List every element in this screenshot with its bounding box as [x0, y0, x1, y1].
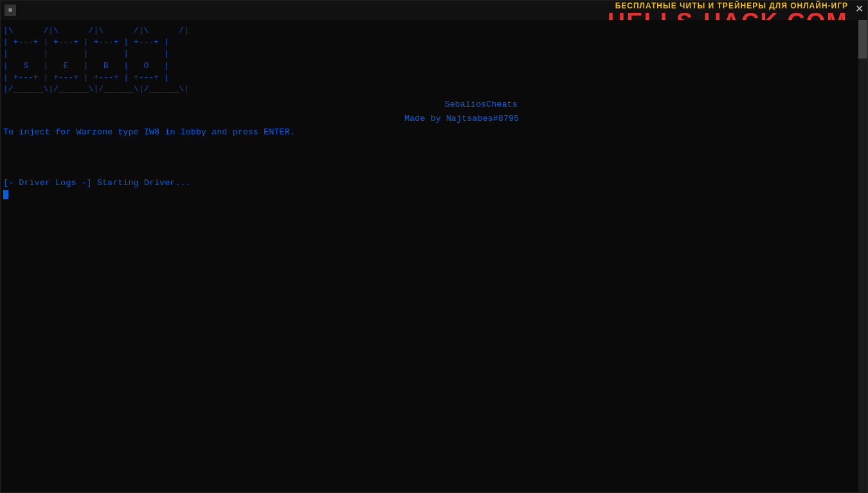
scrollbar-thumb[interactable] — [858, 20, 867, 58]
terminal-info: SebaliosCheats Made by Najtsabes#8795 To… — [3, 98, 856, 139]
brand-name: SebaliosCheats — [106, 98, 856, 112]
app-window: ■ БЕСПЛАТНЫЕ ЧИТЫ И ТРЕЙНЕРЫ ДЛЯ ОНЛАЙН-… — [0, 0, 868, 493]
terminal-body: |\ /|\ /|\ /|\ /| | +---+ | +---+ | +---… — [1, 20, 858, 492]
driver-log: [- Driver Logs -] Starting Driver... — [3, 178, 856, 188]
cursor-blink — [3, 190, 8, 199]
made-by: Made by Najtsabes#8795 — [68, 112, 856, 126]
cursor-line — [3, 190, 856, 200]
close-button[interactable]: ✕ — [855, 4, 863, 14]
title-bar: ■ БЕСПЛАТНЫЕ ЧИТЫ И ТРЕЙНЕРЫ ДЛЯ ОНЛАЙН-… — [1, 1, 867, 20]
app-icon: ■ — [5, 4, 16, 16]
inject-instruction: To inject for Warzone type IW8 in lobby … — [3, 125, 856, 139]
scrollbar[interactable] — [858, 20, 867, 493]
ascii-art: |\ /|\ /|\ /|\ /| | +---+ | +---+ | +---… — [3, 25, 856, 95]
